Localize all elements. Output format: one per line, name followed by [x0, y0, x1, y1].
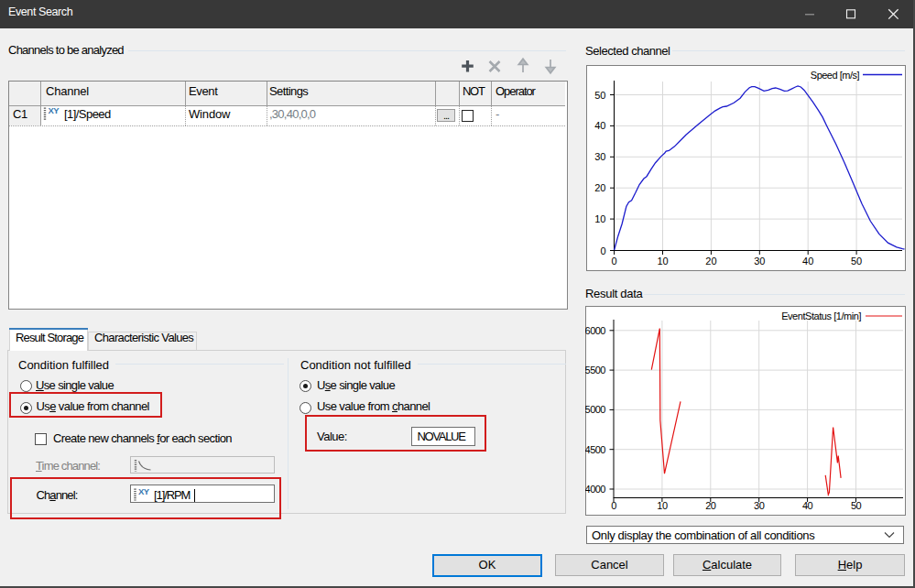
svg-text:30: 30: [754, 256, 765, 267]
svg-text:4500: 4500: [585, 444, 605, 455]
svg-text:10: 10: [594, 213, 605, 224]
svg-text:20: 20: [705, 256, 716, 267]
svg-text:30: 30: [594, 151, 605, 162]
svg-text:5000: 5000: [585, 404, 605, 415]
svg-text:40: 40: [594, 120, 605, 131]
svg-text:4000: 4000: [585, 484, 605, 495]
svg-text:10: 10: [657, 256, 668, 267]
svg-text:0: 0: [611, 500, 616, 511]
svg-text:Speed [m/s]: Speed [m/s]: [811, 70, 860, 81]
svg-text:5500: 5500: [585, 365, 605, 376]
svg-text:EventStatus [1/min]: EventStatus [1/min]: [781, 310, 861, 321]
svg-text:50: 50: [851, 500, 862, 511]
svg-text:50: 50: [851, 256, 862, 267]
svg-text:0: 0: [612, 256, 617, 267]
svg-text:6000: 6000: [585, 325, 605, 336]
svg-text:50: 50: [594, 90, 605, 101]
svg-text:XY: XY: [49, 105, 60, 115]
svg-text:30: 30: [754, 500, 765, 511]
svg-text:0: 0: [600, 245, 605, 256]
svg-text:20: 20: [705, 500, 716, 511]
svg-text:20: 20: [594, 182, 605, 193]
svg-text:10: 10: [657, 500, 668, 511]
svg-text:40: 40: [802, 256, 813, 267]
svg-text:40: 40: [802, 500, 813, 511]
